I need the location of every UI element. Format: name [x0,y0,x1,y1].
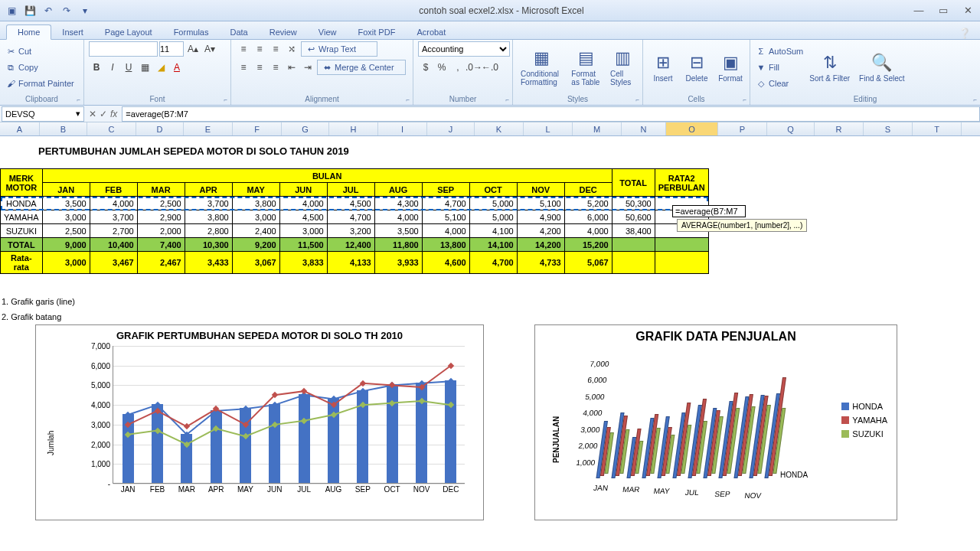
col-header-P[interactable]: P [718,122,767,135]
align-left-icon[interactable]: ≡ [236,60,251,75]
col-header-S[interactable]: S [864,122,913,135]
conditional-formatting-button[interactable]: ▦Conditional Formatting [518,47,565,88]
data-table: MERK MOTORBULANTOTALRATA2 PERBULANJANFEB… [0,168,709,274]
name-box[interactable]: DEVSQ▾ [2,106,84,122]
chart-line[interactable]: GRAFIK PERTUMBUHAN SEPEDA MOTOR DI SOLO … [35,324,484,520]
decrease-font-icon[interactable]: A▾ [202,41,217,57]
fx-icon[interactable]: fx [110,109,117,119]
editing-cell[interactable]: =average(B7:M7 [672,205,746,217]
cell-styles-button[interactable]: ▥Cell Styles [607,47,638,88]
help-icon[interactable]: ❔ [959,28,971,39]
decrease-indent-icon[interactable]: ⇤ [284,60,299,75]
col-header-C[interactable]: C [87,122,136,135]
align-bottom-icon[interactable]: ≡ [268,41,283,57]
window-title: contoh soal ecxel2.xlsx - Microsoft Exce… [93,5,910,16]
increase-decimal-icon[interactable]: .0→ [466,60,482,75]
column-headers[interactable]: ABCDEFGHIJKLMNOPQRST [0,122,980,136]
clear-button[interactable]: ◇Clear [755,76,803,91]
cells-label: Cells [648,93,745,105]
tab-view[interactable]: View [308,25,348,39]
merge-center-button[interactable]: ⬌Merge & Center [317,60,406,75]
close-button[interactable]: ✕ [959,4,977,18]
chart-bar-ylabel: PENJUALAN [552,416,560,463]
group-cells: ⊞Insert ⊟Delete ▣Format Cells [643,40,750,105]
col-header-N[interactable]: N [622,122,666,135]
col-header-M[interactable]: M [573,122,622,135]
col-header-J[interactable]: J [427,122,475,135]
col-header-D[interactable]: D [136,122,184,135]
tab-acrobat[interactable]: Acrobat [406,25,456,39]
group-alignment: ≡ ≡ ≡ ⤭ ↩Wrap Text ≡ ≡ ≡ ⇤ ⇥ ⬌Merge & Ce… [231,40,413,105]
col-header-E[interactable]: E [184,122,233,135]
col-header-B[interactable]: B [40,122,87,135]
wrap-text-button[interactable]: ↩Wrap Text [301,41,377,57]
col-header-O[interactable]: O [666,122,718,135]
tab-page-layout[interactable]: Page Layout [94,25,163,39]
find-select-button[interactable]: 🔍Find & Select [856,51,907,84]
col-header-I[interactable]: I [378,122,427,135]
increase-font-icon[interactable]: A▴ [185,41,201,57]
insert-cells-button[interactable]: ⊞Insert [648,51,678,84]
col-header-A[interactable]: A [0,122,40,135]
worksheet-grid[interactable]: PERTUMBUHAN JUMLAH SEPEDA MOTOR DI SOLO … [0,136,980,549]
format-painter-button[interactable]: 🖌Format Painter [5,76,74,91]
enter-formula-icon[interactable]: ✓ [100,109,107,119]
cancel-formula-icon[interactable]: ✕ [89,109,96,119]
autosum-button[interactable]: ΣAutoSum [755,44,803,59]
chart-line-ylabel: Jumlah [47,431,55,455]
col-header-G[interactable]: G [282,122,329,135]
align-middle-icon[interactable]: ≡ [252,41,267,57]
fill-button[interactable]: ▼Fill [755,60,803,75]
font-color-button[interactable]: A [169,60,185,75]
align-center-icon[interactable]: ≡ [252,60,267,75]
group-number: Accounting $ % , .0→ ←.0 Number [413,40,513,105]
col-header-K[interactable]: K [475,122,524,135]
chart-bar-title: GRAFIK DATA PENJUALAN [535,325,897,348]
format-cells-button[interactable]: ▣Format [715,51,746,84]
border-button[interactable]: ▦ [137,60,152,75]
chart-bar[interactable]: GRAFIK DATA PENJUALAN PENJUALAN 1,0002,0… [534,324,897,520]
increase-indent-icon[interactable]: ⇥ [300,60,315,75]
underline-button[interactable]: U [121,60,136,75]
window-controls: — ▭ ✕ [910,4,977,18]
col-header-R[interactable]: R [815,122,864,135]
maximize-button[interactable]: ▭ [934,4,952,18]
font-family-select[interactable] [89,41,158,57]
tab-foxit-pdf[interactable]: Foxit PDF [347,25,406,39]
comma-icon[interactable]: , [450,60,466,75]
qat-dropdown-icon[interactable]: ▾ [77,3,93,18]
col-header-H[interactable]: H [329,122,378,135]
delete-cells-button[interactable]: ⊟Delete [681,51,712,84]
tab-insert[interactable]: Insert [51,25,94,39]
orientation-icon[interactable]: ⤭ [284,41,299,57]
redo-icon[interactable]: ↷ [58,3,75,18]
decrease-decimal-icon[interactable]: ←.0 [482,60,498,75]
font-size-select[interactable] [159,41,184,57]
minimize-button[interactable]: — [910,4,928,18]
col-header-Q[interactable]: Q [767,122,815,135]
cut-button[interactable]: ✂Cut [5,44,74,59]
tab-review[interactable]: Review [259,25,308,39]
align-top-icon[interactable]: ≡ [236,41,251,57]
undo-icon[interactable]: ↶ [40,3,57,18]
currency-icon[interactable]: $ [418,60,433,75]
save-icon[interactable]: 💾 [21,3,38,18]
tab-data[interactable]: Data [219,25,258,39]
col-header-L[interactable]: L [524,122,573,135]
tab-formulas[interactable]: Formulas [163,25,220,39]
fill-color-button[interactable]: ◢ [153,60,168,75]
percent-icon[interactable]: % [434,60,449,75]
copy-button[interactable]: ⧉Copy [5,60,74,75]
italic-button[interactable]: I [105,60,120,75]
sort-filter-button[interactable]: ⇅Sort & Filter [806,51,853,84]
col-header-F[interactable]: F [233,122,282,135]
col-header-T[interactable]: T [913,122,962,135]
excel-logo-icon[interactable]: ▣ [3,3,20,18]
formula-input[interactable]: =average(B7:M7 [122,106,980,122]
format-as-table-button[interactable]: ▤Format as Table [568,47,604,88]
number-format-select[interactable]: Accounting [418,41,510,57]
bold-button[interactable]: B [89,60,104,75]
align-right-icon[interactable]: ≡ [268,60,283,75]
tab-home[interactable]: Home [6,24,51,40]
chart-bar-legend: HONDA YAMAHA SUZUKI [841,402,887,443]
